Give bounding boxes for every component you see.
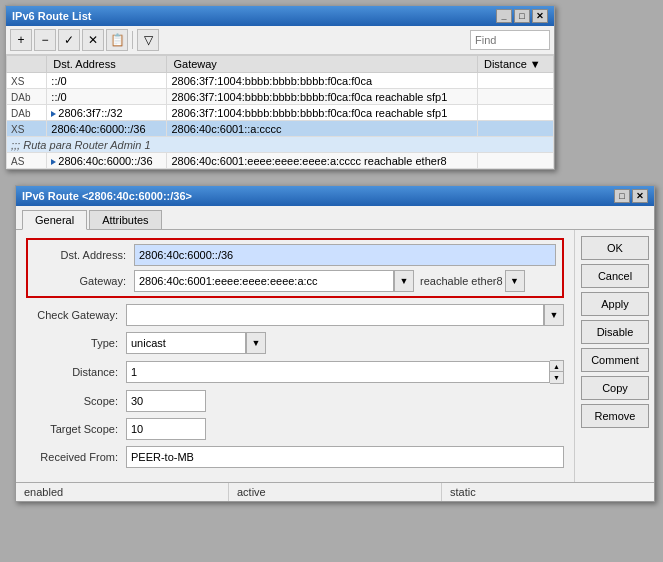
row-type: XS xyxy=(11,124,39,135)
tab-attributes[interactable]: Attributes xyxy=(89,210,161,229)
gateway-suffix-dropdown-btn[interactable]: ▼ xyxy=(505,270,525,292)
distance-spin-up[interactable]: ▲ xyxy=(550,361,563,372)
tab-bar: General Attributes xyxy=(16,206,654,230)
row-type: XS xyxy=(11,76,39,87)
status-static: static xyxy=(442,483,654,501)
row-type: DAb xyxy=(11,108,39,119)
row-dst: ::/0 xyxy=(47,73,167,89)
check-gateway-input[interactable] xyxy=(126,304,544,326)
scope-row: Scope: xyxy=(26,390,564,412)
row-distance xyxy=(477,105,553,121)
add-btn[interactable]: + xyxy=(10,29,32,51)
row-dst: 2806:40c:6000::/36 xyxy=(47,121,167,137)
maximize-btn[interactable]: □ xyxy=(514,9,530,23)
gateway-row: Gateway: ▼ reachable ether8 ▼ xyxy=(34,270,556,292)
row-gateway: 2806:3f7:1004:bbbb:bbbb:bbbb:f0ca:f0ca r… xyxy=(167,89,478,105)
table-row[interactable]: DAb 2806:3f7::/32 2806:3f7:1004:bbbb:bbb… xyxy=(7,105,554,121)
find-input[interactable] xyxy=(470,30,550,50)
table-row[interactable]: XS ::/0 2806:3f7:1004:bbbb:bbbb:bbbb:f0c… xyxy=(7,73,554,89)
table-row[interactable]: AS 2806:40c:6000::/36 2806:40c:6001:eeee… xyxy=(7,153,554,169)
row-gateway: 2806:3f7:1004:bbbb:bbbb:bbbb:f0ca:f0ca r… xyxy=(167,105,478,121)
row-distance xyxy=(477,121,553,137)
remove-button[interactable]: Remove xyxy=(581,404,649,428)
received-from-input[interactable] xyxy=(126,446,564,468)
gateway-dropdown-btn[interactable]: ▼ xyxy=(394,270,414,292)
dst-address-label: Dst. Address: xyxy=(34,249,134,261)
status-bar: enabled active static xyxy=(16,482,654,501)
check-btn[interactable]: ✓ xyxy=(58,29,80,51)
type-label: Type: xyxy=(26,337,126,349)
minimize-btn[interactable]: _ xyxy=(496,9,512,23)
route-table-container: Dst. Address Gateway Distance ▼ XS ::/0 … xyxy=(6,55,554,169)
cross-btn[interactable]: ✕ xyxy=(82,29,104,51)
group-label: ;;; Ruta para Router Admin 1 xyxy=(7,137,554,153)
row-distance xyxy=(477,73,553,89)
col-distance: Distance ▼ xyxy=(477,56,553,73)
target-scope-label: Target Scope: xyxy=(26,423,126,435)
gateway-label: Gateway: xyxy=(34,275,134,287)
copy-btn[interactable]: 📋 xyxy=(106,29,128,51)
row-distance xyxy=(477,153,553,169)
disable-button[interactable]: Disable xyxy=(581,320,649,344)
col-dst: Dst. Address xyxy=(47,56,167,73)
dst-address-input[interactable] xyxy=(134,244,556,266)
button-panel: OK Cancel Apply Disable Comment Copy Rem… xyxy=(574,230,654,482)
ok-button[interactable]: OK xyxy=(581,236,649,260)
row-gateway: 2806:3f7:1004:bbbb:bbbb:bbbb:f0ca:f0ca xyxy=(167,73,478,89)
separator1 xyxy=(132,31,133,49)
gateway-input[interactable] xyxy=(134,270,394,292)
arrow-icon xyxy=(51,111,56,117)
row-dst: ::/0 xyxy=(47,89,167,105)
remove-btn[interactable]: − xyxy=(34,29,56,51)
form-area: Dst. Address: Gateway: ▼ reachable ether… xyxy=(16,230,574,482)
status-enabled: enabled xyxy=(16,483,229,501)
filter-btn[interactable]: ▽ xyxy=(137,29,159,51)
distance-label: Distance: xyxy=(26,366,126,378)
route-detail-titlebar: IPv6 Route <2806:40c:6000::/36> □ ✕ xyxy=(16,186,654,206)
route-list-window: IPv6 Route List _ □ ✕ + − ✓ ✕ 📋 ▽ Dst. A… xyxy=(5,5,555,170)
gateway-suffix: reachable ether8 xyxy=(420,275,503,287)
gateway-group: ▼ reachable ether8 ▼ xyxy=(134,270,556,292)
arrow-icon xyxy=(51,159,56,165)
close-btn[interactable]: ✕ xyxy=(532,9,548,23)
detail-minimize-btn[interactable]: □ xyxy=(614,189,630,203)
col-gateway: Gateway xyxy=(167,56,478,73)
distance-row: Distance: ▲ ▼ xyxy=(26,360,564,384)
table-row[interactable]: XS 2806:40c:6000::/36 2806:40c:6001::a:c… xyxy=(7,121,554,137)
route-list-titlebar: IPv6 Route List _ □ ✕ xyxy=(6,6,554,26)
comment-button[interactable]: Comment xyxy=(581,348,649,372)
route-list-title: IPv6 Route List xyxy=(12,10,91,22)
route-list-toolbar: + − ✓ ✕ 📋 ▽ xyxy=(6,26,554,55)
tab-general[interactable]: General xyxy=(22,210,87,230)
distance-input[interactable] xyxy=(126,361,550,383)
detail-content: Dst. Address: Gateway: ▼ reachable ether… xyxy=(16,230,654,482)
titlebar-buttons: _ □ ✕ xyxy=(496,9,548,23)
scope-label: Scope: xyxy=(26,395,126,407)
route-detail-window: IPv6 Route <2806:40c:6000::/36> □ ✕ Gene… xyxy=(15,185,655,502)
detail-close-btn[interactable]: ✕ xyxy=(632,189,648,203)
target-scope-input[interactable] xyxy=(126,418,206,440)
route-table: Dst. Address Gateway Distance ▼ XS ::/0 … xyxy=(6,55,554,169)
type-input[interactable] xyxy=(126,332,246,354)
check-gateway-label: Check Gateway: xyxy=(26,309,126,321)
table-row[interactable]: DAb ::/0 2806:3f7:1004:bbbb:bbbb:bbbb:f0… xyxy=(7,89,554,105)
distance-spin-down[interactable]: ▼ xyxy=(550,372,563,383)
status-active: active xyxy=(229,483,442,501)
type-row: Type: ▼ xyxy=(26,332,564,354)
check-gateway-dropdown-btn[interactable]: ▼ xyxy=(544,304,564,326)
apply-button[interactable]: Apply xyxy=(581,292,649,316)
cancel-button[interactable]: Cancel xyxy=(581,264,649,288)
copy-button[interactable]: Copy xyxy=(581,376,649,400)
row-dst: 2806:40c:6000::/36 xyxy=(47,153,167,169)
dst-address-row: Dst. Address: xyxy=(34,244,556,266)
row-type: DAb xyxy=(11,92,39,103)
row-dst: 2806:3f7::/32 xyxy=(47,105,167,121)
row-gateway: 2806:40c:6001::a:cccc xyxy=(167,121,478,137)
row-type: AS xyxy=(11,156,39,167)
row-distance xyxy=(477,89,553,105)
route-detail-title: IPv6 Route <2806:40c:6000::/36> xyxy=(22,190,192,202)
table-row-group: ;;; Ruta para Router Admin 1 xyxy=(7,137,554,153)
col-type xyxy=(7,56,47,73)
scope-input[interactable] xyxy=(126,390,206,412)
type-dropdown-btn[interactable]: ▼ xyxy=(246,332,266,354)
